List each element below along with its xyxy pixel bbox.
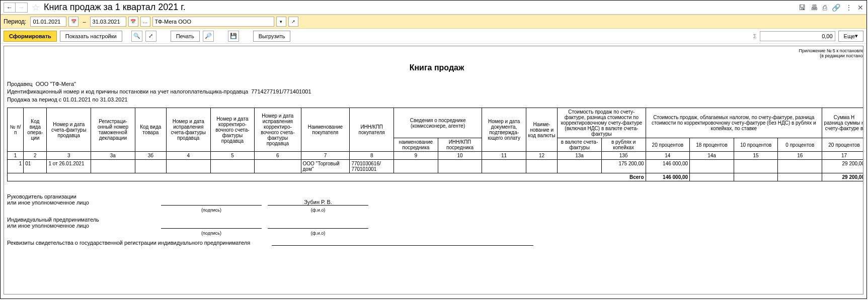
export-button[interactable]: Выгрузить bbox=[253, 31, 291, 42]
th-currency: Наиме-нование и код валюты bbox=[526, 108, 557, 152]
show-settings-button[interactable]: Показать настройки bbox=[60, 31, 122, 42]
th-goods-code: Код вида товара bbox=[135, 108, 166, 152]
rekv-line bbox=[272, 245, 533, 246]
page-title: Книга продаж за 1 квартал 2021 г. bbox=[44, 2, 186, 13]
fio-line-1: Зубин Р. В. bbox=[268, 199, 368, 206]
expand-button[interactable]: ⤢ bbox=[145, 31, 156, 42]
th-cost-rub: в рублях и копейках bbox=[601, 138, 646, 152]
report-pane[interactable]: Приложение № 5 к постановлен(в редакции … bbox=[4, 46, 863, 294]
print-button[interactable]: Печать bbox=[171, 31, 200, 42]
sigma-icon: Σ bbox=[753, 33, 757, 39]
date-from-input[interactable] bbox=[30, 17, 66, 27]
find-button[interactable]: 🔍 bbox=[131, 31, 142, 42]
sales-table: № п/п Код вида опера-ции Номер и дата сч… bbox=[7, 108, 863, 181]
nav-forward-button[interactable]: → bbox=[16, 3, 28, 13]
total-row: Всего 146 000,00 29 200,00 bbox=[8, 173, 864, 181]
org-dropdown-button[interactable]: ▾ bbox=[276, 17, 286, 27]
organization-input[interactable] bbox=[152, 17, 274, 27]
th-invoice: Номер и дата счета-фактуры продавца bbox=[47, 108, 91, 152]
period-toolbar: Период: 📅 – 📅 … ▾ ↗ bbox=[1, 15, 866, 29]
more-button[interactable]: Еще ▾ bbox=[838, 31, 863, 42]
date-to-input[interactable] bbox=[90, 17, 126, 27]
th-gtd: Регистраци-онный номер таможенной деклар… bbox=[91, 108, 135, 152]
date-from-picker-button[interactable]: 📅 bbox=[68, 17, 78, 27]
report-title: Книга продаж bbox=[7, 63, 863, 72]
link-icon[interactable]: 🔗 bbox=[832, 4, 840, 12]
titlebar: ← → ☆ Книга продаж за 1 квартал 2021 г. … bbox=[1, 1, 866, 15]
report-info: Продавец ООО "ТФ-Мега" Идентификационный… bbox=[7, 80, 863, 104]
th-agent-inn: ИНН/КПП посредника bbox=[438, 138, 482, 152]
period-label: Период: bbox=[4, 18, 26, 25]
favorite-star-icon[interactable]: ☆ bbox=[32, 2, 40, 13]
org-open-button[interactable]: ↗ bbox=[288, 17, 298, 27]
th-vat-group: Сумма Н разница суммы н счету-фактуре в bbox=[822, 108, 863, 138]
th-agent-group: Сведения о посреднике (комиссионере, аге… bbox=[394, 108, 482, 138]
table-row[interactable]: 1 01 1 от 26.01.2021 ООО "Торговый дом" … bbox=[8, 160, 864, 173]
signature-block: Руководитель организацииили иное уполном… bbox=[7, 193, 863, 246]
th-agent-name: наименование посредника bbox=[394, 138, 438, 152]
th-num: № п/п bbox=[8, 108, 24, 152]
th-18: 18 процентов bbox=[690, 138, 734, 152]
th-corr-invoice: Номер и дата корректиро-вочного счета-фа… bbox=[210, 108, 255, 152]
fio-line-2 bbox=[268, 228, 368, 229]
period-select-button[interactable]: … bbox=[140, 17, 150, 27]
th-tax-group: Стоимость продаж, облагаемых налогом, по… bbox=[646, 108, 822, 138]
sign-line-1 bbox=[161, 205, 262, 206]
preview-icon[interactable]: ⎙ bbox=[823, 4, 827, 12]
th-buyer: Наименование покупателя bbox=[301, 108, 350, 152]
nav-back-button[interactable]: ← bbox=[4, 3, 16, 13]
print-preview-button[interactable]: 🔎 bbox=[203, 31, 214, 42]
th-10: 10 процентов bbox=[734, 138, 778, 152]
date-to-picker-button[interactable]: 📅 bbox=[128, 17, 138, 27]
th-op: Код вида опера-ции bbox=[24, 108, 47, 152]
close-icon[interactable]: ✕ bbox=[857, 4, 863, 12]
th-correction: Номер и дата исправления счета-фактуры п… bbox=[166, 108, 210, 152]
th-cost-group: Стоимость продаж по счету-фактуре, разни… bbox=[558, 108, 646, 138]
main-toolbar: Сформировать Показать настройки 🔍 ⤢ Печа… bbox=[1, 29, 866, 44]
sum-display[interactable] bbox=[760, 31, 835, 41]
print-icon[interactable]: 🖶 bbox=[811, 4, 818, 12]
app-window: ← → ☆ Книга продаж за 1 квартал 2021 г. … bbox=[0, 0, 867, 299]
th-0: 0 процентов bbox=[778, 138, 822, 152]
generate-button[interactable]: Сформировать bbox=[4, 31, 57, 42]
save-button[interactable]: 💾 bbox=[228, 31, 239, 42]
th-corr-fix: Номер и дата исправления корректиро-вочн… bbox=[255, 108, 301, 152]
save-icon[interactable]: 🖫 bbox=[799, 4, 806, 12]
th-vat20: 20 процентов bbox=[822, 138, 863, 152]
appendix-note: Приложение № 5 к постановлен(в редакции … bbox=[7, 48, 863, 58]
th-cost-cur: в валюте счета-фактуры bbox=[558, 138, 602, 152]
period-dash: – bbox=[83, 19, 86, 25]
th-pay-doc: Номер и дата документа, подтвержда-ющего… bbox=[482, 108, 526, 152]
more-icon[interactable]: ⋮ bbox=[845, 4, 852, 12]
th-20: 20 процентов bbox=[646, 138, 690, 152]
sign-line-2 bbox=[161, 228, 262, 229]
th-buyer-inn: ИНН/КПП покупателя bbox=[350, 108, 394, 152]
